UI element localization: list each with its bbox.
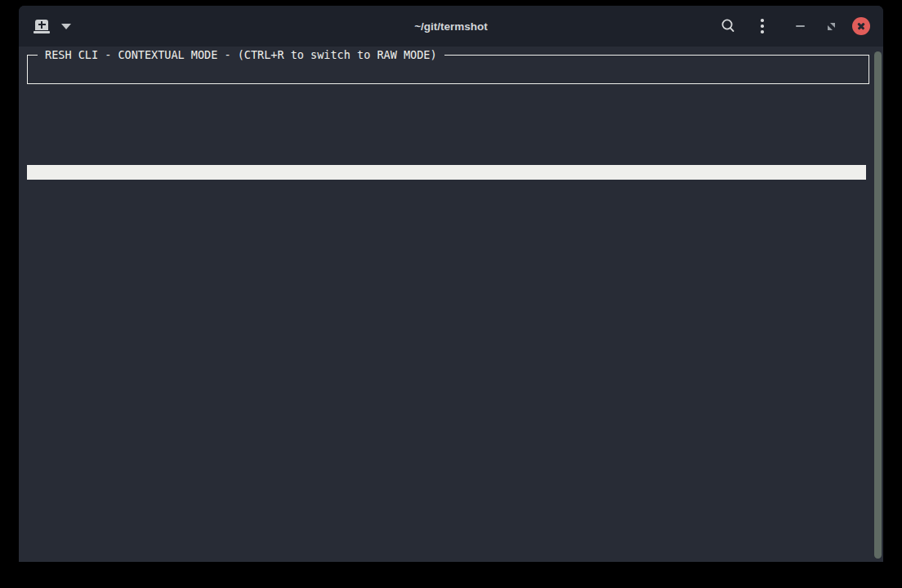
tab-dropdown-button[interactable] [61, 24, 71, 29]
history-row[interactable]: ~/git/termshotGinkscape xterm-hstr-std.s… [27, 121, 866, 136]
history-row[interactable]: ~/git/termshotGdu -h * | sort -n | grep … [27, 283, 866, 297]
terminal-content: RESH CLI - CONTEXTUAL MODE - (CTRL+R to … [19, 47, 883, 562]
history-row[interactable]: ~/git/termshotGtime curl -q bashhub.com [27, 209, 866, 224]
history-row[interactable]: ~/git/termshotGinkscape xterm-fzf-new.sv… [27, 459, 866, 474]
history-row[interactable]: ~/git/termshotGdf * [27, 341, 866, 356]
history-row[interactable]: ~/git/termshotGdu -h * [27, 312, 866, 327]
history-row[interactable]: ~/git/termshotGmv ~/xterm.2020.04.30.20.… [27, 150, 866, 165]
history-row[interactable]: ~/git/termshotG./style.sh xterm-fzf.svg [27, 474, 866, 488]
close-button[interactable] [851, 16, 872, 37]
chevron-down-icon [61, 24, 71, 29]
history-row[interactable]: ~/git/termshotGdu -h * | sort -n [27, 297, 866, 312]
terminal-scrollbar[interactable] [874, 51, 882, 559]
history-row[interactable]: ~/git/termshotGmv ~/xterm.2020.04.30.20.… [27, 106, 866, 121]
history-row[interactable]: ~/git/termshotGtime curl -q seznam.cz [27, 238, 866, 253]
history-row[interactable]: ~/git/termshotGinkscape xterm-fish-autos… [27, 400, 866, 415]
history-row[interactable]: ~/git/termshotGinkscape xterm-mcfly-full… [27, 371, 866, 385]
menu-button[interactable] [752, 16, 773, 37]
history-row[interactable]: ~/git/termshotGmv ~/xterm.2020.04.21.00.… [27, 444, 866, 459]
kebab-menu-icon [761, 19, 764, 33]
titlebar-right-controls [717, 6, 883, 47]
history-row[interactable]: ~/git/termshotGcode . [27, 385, 866, 400]
history-row[interactable]: ~/git/termshotGconvert xterm-fzf.svg xte… [27, 518, 866, 532]
history-row[interactable]: ~/git/termshotGmv ~/xterm.2020.04.30.20.… [27, 136, 866, 150]
terminal-window: ~/git/termshot [19, 6, 883, 562]
history-row[interactable]: ~/git/termshotGinkscape xterm-fzf.svg --… [27, 488, 866, 503]
close-icon [852, 17, 870, 35]
history-row[interactable]: ~/git/termshotGls [27, 165, 866, 180]
history-row[interactable]: ~/git/termshotGrm *.pdf [27, 503, 866, 518]
search-button[interactable] [717, 16, 739, 37]
search-icon [719, 17, 737, 35]
history-row[interactable]: ~/git/termshotGcd [27, 194, 866, 209]
history-row[interactable]: ~/git/termshotGconvert xterm-fzf-new.svg… [27, 547, 866, 562]
titlebar-left-controls [33, 20, 71, 33]
titlebar: ~/git/termshot [19, 6, 883, 47]
restore-icon [826, 21, 837, 32]
history-row[interactable]: ~/git/termshotGinkscape xterm-mcfly-full… [27, 356, 866, 371]
history-row[interactable]: ~/git/termshotGcurl -q google.com [27, 253, 866, 268]
restore-button[interactable] [820, 16, 842, 37]
new-tab-button[interactable] [33, 20, 50, 33]
new-tab-icon [33, 20, 50, 33]
history-list: ~/git/termshotGinkscape xterm-fzf-std.sv… [19, 91, 883, 562]
minimize-button[interactable] [789, 16, 810, 37]
history-row[interactable]: ~/git/termshotGtime curl -q google.com [27, 224, 866, 238]
resh-mode-header: RESH CLI - CONTEXTUAL MODE - (CTRL+R to … [38, 47, 444, 62]
resh-search-box: RESH CLI - CONTEXTUAL MODE - (CTRL+R to … [27, 55, 869, 84]
history-row[interactable]: ~/git/termshotGsudo pacman -S inkscape [27, 532, 866, 547]
history-row[interactable]: ~/git/termshotGdf -h * [27, 327, 866, 341]
history-row[interactable]: ~/git/termshotGmv ~/xterm.2020.04.21.01.… [27, 415, 866, 430]
history-row[interactable]: ~/git/termshotGcd .. [27, 180, 866, 194]
history-row[interactable]: ~/git/termshotGinkscape xterm-hstr.svg -… [27, 430, 866, 444]
history-row[interactable]: ~/git/termshotGcode -n .imgflip_pass [27, 268, 866, 283]
resh-query-input[interactable] [31, 63, 865, 78]
minimize-icon [796, 25, 805, 28]
history-row[interactable]: ~/git/termshotGinkscape xterm-fzf-std.sv… [27, 91, 866, 106]
